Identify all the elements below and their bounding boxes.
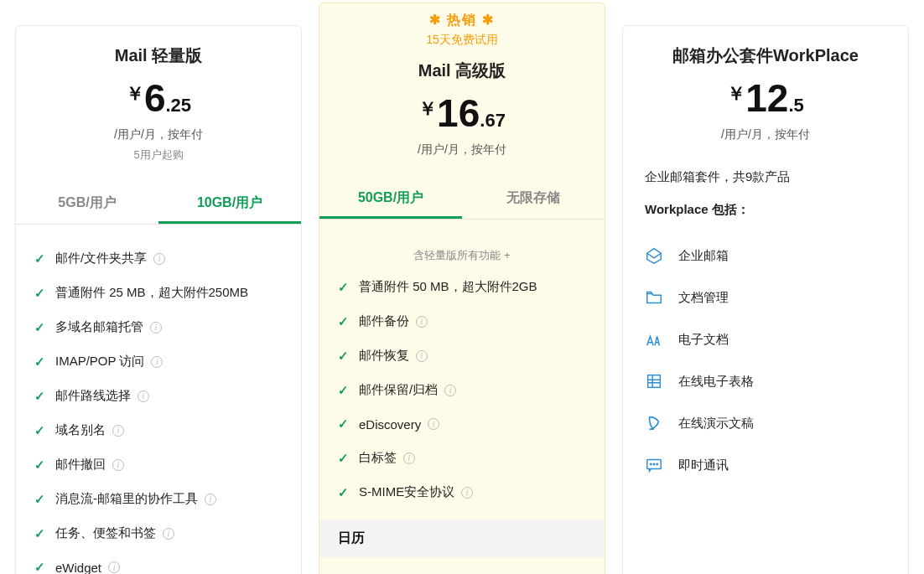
product-label: 文档管理 [678,290,729,306]
price: ￥6.25 [24,79,293,117]
feature-label: 邮件路线选择 [55,388,131,404]
check-icon: ✓ [338,451,349,466]
check-icon: ✓ [34,526,45,541]
check-icon: ✓ [34,251,45,266]
suite-includes: Workplace 包括： [645,202,886,218]
check-icon: ✓ [34,389,45,404]
info-icon[interactable]: i [163,528,174,540]
product-item: 文档管理 [645,277,886,318]
info-icon[interactable]: i [150,322,162,334]
chat-icon [645,456,663,474]
info-icon[interactable]: i [444,385,456,396]
trial-text: 15天免费试用 [319,33,605,48]
info-icon[interactable]: i [151,356,163,368]
feature-label: 任务、便签和书签 [55,525,156,541]
tab-5gb[interactable]: 5GB/用户 [16,183,158,224]
feature-label: eWidget [55,561,101,575]
product-label: 即时通讯 [678,458,729,473]
feature-label: 域名别名 [55,422,106,438]
feature-label: 白标签 [359,450,397,466]
tab-50gb[interactable]: 50GB/用户 [319,178,462,219]
info-icon[interactable]: i [112,425,124,437]
feature-list: ✓邮件/文件夹共享i✓普通附件 25 MB，超大附件250MB✓多域名邮箱托管i… [34,241,283,574]
info-icon[interactable]: i [403,452,415,464]
info-icon[interactable]: i [428,418,439,430]
feature-item: ✓域名别名i [34,413,283,447]
feature-label: 普通附件 50 MB，超大附件2GB [359,279,537,295]
product-item: 在线电子表格 [645,360,886,402]
check-icon: ✓ [34,354,45,370]
feature-label: 邮件备份 [359,313,409,329]
check-icon: ✓ [34,458,45,473]
product-label: 企业邮箱 [678,248,729,264]
feature-label: IMAP/POP 访问 [55,354,144,370]
info-icon[interactable]: i [416,316,428,328]
feature-item: ✓普通附件 25 MB，超大附件250MB [34,276,283,310]
svg-point-3 [653,463,654,464]
storage-tabs: 50GB/用户 无限存储 [319,178,605,220]
storage-tabs: 5GB/用户 10GB/用户 [16,183,301,225]
hot-badge: ✱ 热销 ✱ [319,12,605,29]
feature-item: ✓邮件路线选择i [34,379,283,413]
feature-item: ✓eWidgeti [34,551,283,574]
folder-icon [645,288,663,307]
price-sub: /用户/月，按年付 [328,142,596,158]
tab-unlimited[interactable]: 无限存储 [462,178,605,219]
feature-item: ✓邮件备份i [338,304,586,339]
suite-desc: 企业邮箱套件，共9款产品 [645,169,886,185]
check-icon: ✓ [338,280,349,295]
info-icon[interactable]: i [108,561,120,573]
plan-pro: ✱ 热销 ✱ 15天免费试用 Mail 高级版 ￥16.67 /用户/月，按年付… [319,3,605,574]
feature-item: ✓邮件/文件夹共享i [34,241,283,276]
check-icon: ✓ [34,286,45,301]
svg-rect-0 [648,375,661,388]
feature-label: S-MIME安全协议 [359,484,454,500]
product-label: 在线演示文稿 [678,416,754,432]
feature-item: ✓消息流-邮箱里的协作工具i [34,482,283,516]
plan-title: Mail 轻量版 [24,44,293,67]
feature-label: 普通附件 25 MB，超大附件250MB [55,285,248,301]
sheet-icon [645,372,663,390]
feature-item: ✓任务、便签和书签i [34,516,283,551]
check-icon: ✓ [338,485,349,500]
feature-label: 邮件撤回 [55,457,106,473]
info-icon[interactable]: i [461,487,473,499]
info-icon[interactable]: i [416,350,428,362]
svg-point-2 [651,463,651,464]
check-icon: ✓ [338,383,349,398]
feature-label: 邮件恢复 [359,348,409,364]
plan-title: Mail 高级版 [328,59,596,82]
price-sub: /用户/月，按年付 [24,127,293,142]
feature-label: 多域名邮箱托管 [55,319,143,335]
feature-item: ✓多域名邮箱托管i [34,310,283,344]
feature-item: ✓邮件撤回i [34,447,283,482]
svg-point-4 [657,463,657,464]
check-icon: ✓ [338,349,349,364]
price-sub: /用户/月，按年付 [631,127,900,142]
product-list: 企业邮箱文档管理电子文档在线电子表格在线演示文稿即时通讯 [645,235,886,486]
feature-label: 邮件/文件夹共享 [55,251,147,266]
check-icon: ✓ [34,492,45,507]
feature-item: ✓邮件保留/归档i [338,373,586,407]
check-icon: ✓ [34,560,45,574]
info-icon[interactable]: i [112,459,124,471]
plan-workplace: 邮箱办公套件WorkPlace ￥12.5 /用户/月，按年付 企业邮箱套件，共… [622,25,909,574]
check-icon: ✓ [34,423,45,438]
product-item: 在线演示文稿 [645,402,886,444]
tab-10gb[interactable]: 10GB/用户 [158,183,301,224]
check-icon: ✓ [34,320,45,335]
feature-list: ✓普通附件 50 MB，超大附件2GB✓邮件备份i✓邮件恢复i✓邮件保留/归档i… [338,270,586,509]
feature-label: 邮件保留/归档 [359,382,438,398]
product-label: 电子文档 [678,332,729,348]
section-calendar: 日历 [319,520,605,557]
info-icon[interactable]: i [138,390,149,402]
product-item: 即时通讯 [645,444,886,486]
feature-item: ✓S-MIME安全协议i [338,475,586,509]
mail-icon [645,246,663,265]
info-icon[interactable]: i [153,253,165,265]
price-sub2: 5用户起购 [24,147,293,163]
product-item: 企业邮箱 [645,235,886,277]
writer-icon [645,330,663,349]
product-label: 在线电子表格 [678,374,754,390]
info-icon[interactable]: i [205,494,216,505]
